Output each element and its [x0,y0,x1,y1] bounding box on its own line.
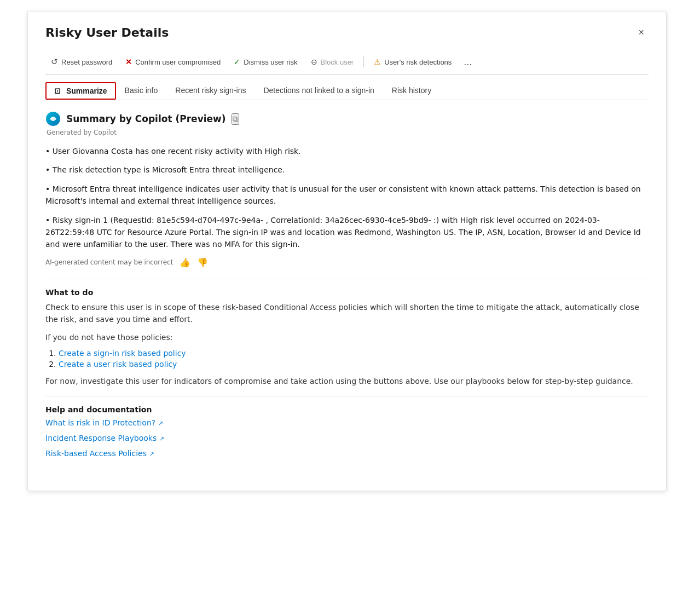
bullet-2: • The risk detection type is Microsoft E… [45,164,649,176]
check-icon: ✓ [234,57,240,66]
detections-tab-label: Detections not linked to a sign-in [263,86,374,95]
summary-title: Summary by Copilot (Preview) [66,113,226,124]
reset-password-label: Reset password [61,58,112,66]
tab-bar: ⊡ Summarize Basic info Recent risky sign… [45,75,649,100]
dismiss-risk-label: Dismiss user risk [244,58,297,66]
policy-list-item-1: Create a sign-in risk based policy [59,349,649,358]
what-to-do-title: What to do [45,288,649,297]
bullet-4: • Risky sign-in 1 (RequestId: 81e5c594-d… [45,214,649,251]
bullet-4-text: • Risky sign-in 1 (RequestId: 81e5c594-d… [45,216,641,249]
bullet-2-text: • The risk detection type is Microsoft E… [45,165,285,174]
warning-icon: ⚠ [374,57,381,66]
bullet-3: • Microsoft Entra threat intelligence in… [45,183,649,208]
help-title: Help and documentation [45,405,649,414]
what-to-do-body2: For now, investigate this user for indic… [45,375,649,387]
what-to-do-body1: Check to ensure this user is in scope of… [45,301,649,326]
close-button[interactable]: × [634,25,649,41]
block-user-button[interactable]: ⊖ Block user [305,54,360,70]
incident-response-label: Incident Response Playbooks [45,434,157,442]
content-area: Summary by Copilot (Preview) ⧉ Generated… [45,111,649,473]
tab-risk-history[interactable]: Risk history [383,82,440,100]
thumbs-down-button[interactable]: 👎 [197,257,208,268]
help-link-3-item: Risk-based Access Policies ↗ [45,449,649,458]
tab-recent-sign-ins[interactable]: Recent risky sign-ins [166,82,255,100]
dismiss-risk-button[interactable]: ✓ Dismiss user risk [228,54,303,70]
risk-detections-button[interactable]: ⚠ User's risk detections [368,54,457,70]
block-user-label: Block user [321,58,354,66]
summary-header: Summary by Copilot (Preview) ⧉ [45,111,649,126]
feedback-row: AI-generated content may be incorrect 👍 … [45,257,649,268]
reset-password-button[interactable]: ↺ Reset password [45,54,118,70]
tab-basic-info[interactable]: Basic info [116,82,167,100]
summarize-tab-label: Summarize [66,87,107,95]
risky-user-details-panel: Risky User Details × ↺ Reset password ✕ … [27,11,667,491]
create-user-risk-policy-link[interactable]: Create a user risk based policy [59,360,177,369]
more-options-button[interactable]: ... [459,54,476,70]
copilot-icon [45,111,61,126]
x-icon: ✕ [125,57,132,66]
help-section: Help and documentation What is risk in I… [45,405,649,458]
toolbar-separator [363,56,364,67]
confirm-compromised-button[interactable]: ✕ Confirm user compromised [120,54,226,70]
help-link-2-item: Incident Response Playbooks ↗ [45,434,649,442]
create-sign-in-policy-link[interactable]: Create a sign-in risk based policy [59,349,186,358]
bullet-1: • User Giovanna Costa has one recent ris… [45,145,649,157]
risk-based-access-label: Risk-based Access Policies [45,449,147,458]
panel-title: Risky User Details [45,26,169,39]
help-link-1-item: What is risk in ID Protection? ↗ [45,418,649,427]
tab-summarize[interactable]: ⊡ Summarize [45,82,116,100]
copy-button[interactable]: ⧉ [232,113,239,125]
what-is-risk-link[interactable]: What is risk in ID Protection? ↗ [45,418,163,427]
external-link-icon-1: ↗ [158,420,163,427]
panel-header: Risky User Details × [45,25,649,41]
policy-list-item-2: Create a user risk based policy [59,360,649,369]
if-not-policies: If you do not have those policies: [45,331,649,343]
summarize-tab-icon: ⊡ [54,87,61,95]
risk-based-access-link[interactable]: Risk-based Access Policies ↗ [45,449,154,458]
risk-detections-label: User's risk detections [384,58,452,66]
generated-by-label: Generated by Copilot [47,129,649,136]
ai-disclaimer: AI-generated content may be incorrect [45,258,173,266]
policy-list: Create a sign-in risk based policy Creat… [59,349,649,369]
confirm-compromised-label: Confirm user compromised [135,58,221,66]
tab-detections[interactable]: Detections not linked to a sign-in [255,82,383,100]
what-to-do-section: What to do Check to ensure this user is … [45,288,649,388]
what-is-risk-label: What is risk in ID Protection? [45,418,155,427]
thumbs-up-button[interactable]: 👍 [180,257,190,268]
risk-history-tab-label: Risk history [392,86,431,95]
section-divider [45,279,649,279]
recent-sign-ins-tab-label: Recent risky sign-ins [175,86,246,95]
external-link-icon-3: ↗ [149,451,154,458]
basic-info-tab-label: Basic info [125,86,158,95]
incident-response-link[interactable]: Incident Response Playbooks ↗ [45,434,164,442]
bullet-1-text: • User Giovanna Costa has one recent ris… [45,147,301,156]
toolbar: ↺ Reset password ✕ Confirm user compromi… [45,49,649,75]
section-divider-2 [45,396,649,396]
reset-password-icon: ↺ [51,57,58,67]
external-link-icon-2: ↗ [159,435,164,442]
block-icon: ⊖ [311,57,317,66]
bullet-3-text: • Microsoft Entra threat intelligence in… [45,185,641,205]
